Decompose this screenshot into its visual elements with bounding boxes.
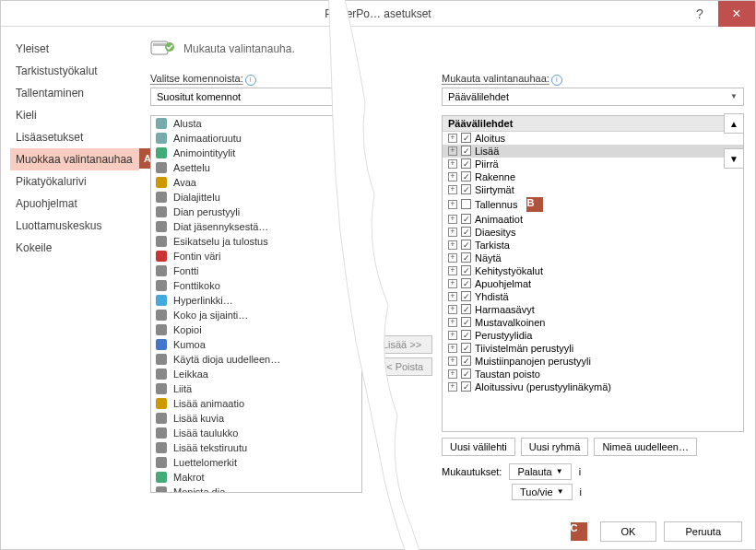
tree-item[interactable]: +Tiivistelmän perustyyli	[443, 342, 743, 355]
expand-icon[interactable]: +	[448, 292, 457, 301]
command-item[interactable]: Lisää animaatio	[151, 396, 361, 411]
checkbox[interactable]	[461, 240, 471, 250]
tree-item[interactable]: +Harmaasävyt	[443, 303, 743, 316]
command-item[interactable]: Monista dia	[151, 485, 361, 493]
checkbox[interactable]	[461, 171, 471, 181]
ribbon-tabs-tree[interactable]: Päävälilehdet+Aloitus+Lisää+Piirrä+Raken…	[442, 115, 744, 432]
tree-item[interactable]: +Mustavalkoinen	[443, 316, 743, 329]
expand-icon[interactable]: +	[448, 344, 457, 353]
command-item[interactable]: Liitä	[151, 381, 361, 396]
command-item[interactable]: Lisää taulukko	[151, 426, 361, 440]
tree-item[interactable]: +Animaatiot	[443, 213, 743, 226]
command-item[interactable]: Koko ja sijainti…	[151, 308, 361, 322]
checkbox[interactable]	[461, 158, 471, 169]
expand-icon[interactable]: +	[448, 200, 457, 209]
tree-item[interactable]: +Aloitussivu (perustyylinäkymä)	[443, 380, 743, 393]
command-item[interactable]: Kumoa	[151, 337, 361, 352]
expand-icon[interactable]: +	[448, 172, 457, 181]
expand-icon[interactable]: +	[448, 382, 457, 392]
info-icon[interactable]: i	[580, 486, 582, 497]
expand-icon[interactable]: +	[448, 215, 457, 224]
expand-icon[interactable]: +	[448, 266, 457, 275]
sidebar-item[interactable]: Tarkistustyökalut	[10, 60, 139, 82]
close-button[interactable]: ×	[718, 1, 755, 27]
checkbox[interactable]	[461, 133, 471, 143]
checkbox[interactable]	[461, 304, 471, 314]
checkbox[interactable]	[461, 317, 471, 327]
command-item[interactable]: Alusta	[151, 116, 361, 131]
expand-icon[interactable]: +	[448, 253, 457, 263]
checkbox[interactable]	[461, 146, 471, 156]
sidebar-item[interactable]: Yleiset	[10, 38, 139, 60]
tree-item[interactable]: +Diaesitys	[443, 226, 743, 239]
sidebar-item[interactable]: Lisäasetukset	[10, 126, 139, 148]
command-item[interactable]: Käytä dioja uudelleen…	[151, 352, 361, 367]
command-item[interactable]: Animaatioruutu	[151, 131, 361, 146]
expand-icon[interactable]: +	[448, 240, 457, 250]
checkbox[interactable]	[461, 369, 471, 379]
command-item[interactable]: Dialajittelu	[151, 190, 361, 205]
sidebar-item[interactable]: Kokeile	[10, 237, 139, 259]
move-down-button[interactable]: ▼	[724, 148, 744, 169]
expand-icon[interactable]: +	[448, 185, 457, 194]
checkbox[interactable]	[461, 330, 471, 340]
info-icon[interactable]: i	[579, 466, 581, 477]
sidebar-item[interactable]: Luottamuskeskus	[10, 215, 139, 237]
add-button[interactable]: Lisää >>	[372, 335, 432, 354]
customize-ribbon-select[interactable]: Päävälilehdet▼	[442, 88, 744, 106]
expand-icon[interactable]: +	[448, 331, 457, 340]
sidebar-item[interactable]: Tallentaminen	[10, 82, 139, 104]
tree-item[interactable]: +Yhdistä	[443, 290, 743, 303]
remove-button[interactable]: << Poista	[372, 357, 432, 376]
checkbox[interactable]	[461, 278, 471, 288]
expand-icon[interactable]: +	[448, 159, 457, 169]
rename-button[interactable]: Nimeä uudelleen…	[594, 438, 697, 456]
command-item[interactable]: Lisää tekstiruutu	[151, 440, 361, 455]
command-item[interactable]: Hyperlinkki…	[151, 293, 361, 308]
tree-item[interactable]: +Taustan poisto	[443, 368, 743, 380]
command-item[interactable]: Makrot	[151, 470, 361, 485]
cancel-button[interactable]: Peruuta	[664, 521, 742, 542]
checkbox[interactable]	[461, 265, 471, 275]
commands-listbox[interactable]: AlustaAnimaatioruutuAnimointityylitAsett…	[150, 115, 362, 493]
command-item[interactable]: Fontti	[151, 263, 361, 278]
tree-item[interactable]: +Muistiinpanojen perustyyli	[443, 355, 743, 368]
info-icon[interactable]: i	[551, 75, 562, 86]
tree-item[interactable]: +Tarkista	[443, 239, 743, 252]
command-item[interactable]: Fonttikoko	[151, 278, 361, 293]
expand-icon[interactable]: +	[448, 369, 457, 379]
expand-icon[interactable]: +	[448, 146, 457, 156]
command-item[interactable]: Leikkaa	[151, 367, 361, 381]
tree-item[interactable]: +Apuohjelmat	[443, 277, 743, 290]
tree-item[interactable]: +Piirrä	[443, 158, 743, 170]
expand-icon[interactable]: +	[448, 134, 457, 143]
tree-item[interactable]: +Siirtymät	[443, 183, 743, 196]
command-item[interactable]: Avaa	[151, 175, 361, 190]
tree-item[interactable]: +Perustyylidia	[443, 329, 743, 342]
help-button[interactable]: ?	[681, 1, 718, 27]
checkbox[interactable]	[461, 214, 471, 224]
info-icon[interactable]: i	[245, 75, 256, 86]
command-item[interactable]: Diat jäsennyksestä…	[151, 219, 361, 234]
checkbox[interactable]	[461, 252, 471, 263]
command-item[interactable]: Luettelomerkit	[151, 455, 361, 470]
choose-commands-select[interactable]: Suositut komennot▼	[150, 88, 362, 106]
checkbox[interactable]	[461, 227, 471, 237]
sidebar-item[interactable]: Kieli	[10, 104, 139, 126]
checkbox[interactable]	[461, 381, 471, 392]
checkbox[interactable]	[461, 343, 471, 353]
command-item[interactable]: Dian perustyyli	[151, 205, 361, 219]
command-item[interactable]: Esikatselu ja tulostus	[151, 234, 361, 249]
tree-item[interactable]: +Lisää	[443, 145, 743, 158]
sidebar-item[interactable]: Pikatyökalurivi	[10, 170, 139, 193]
expand-icon[interactable]: +	[448, 357, 457, 366]
command-item[interactable]: Asettelu	[151, 160, 361, 175]
checkbox[interactable]	[461, 184, 471, 194]
checkbox[interactable]	[461, 356, 471, 366]
tree-item[interactable]: +Rakenne	[443, 170, 743, 183]
sidebar-item[interactable]: Muokkaa valintanauhaaA	[10, 148, 139, 170]
expand-icon[interactable]: +	[448, 318, 457, 327]
expand-icon[interactable]: +	[448, 305, 457, 314]
tree-item[interactable]: +Näytä	[443, 252, 743, 264]
reset-button[interactable]: Palauta▼	[509, 463, 571, 480]
